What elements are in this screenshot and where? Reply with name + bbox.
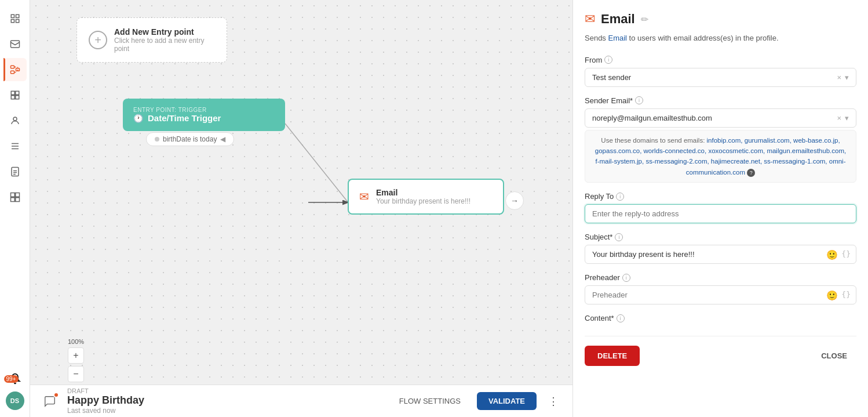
emoji-icon[interactable]: 🙂	[826, 249, 838, 260]
more-options-button[interactable]: ⋮	[544, 390, 563, 412]
flow-icon	[39, 391, 60, 412]
subject-field-group: Subject* i 🙂 {}	[585, 233, 856, 264]
svg-rect-22	[10, 198, 14, 202]
add-entry-plus-icon: +	[89, 31, 107, 49]
sidebar-bottom: 99+ DS	[6, 373, 24, 410]
add-entry-point-card[interactable]: + Add New Entry point Click here to add …	[76, 17, 227, 63]
sidebar-item-message[interactable]	[3, 32, 27, 56]
preheader-emoji-icon[interactable]: 🙂	[826, 289, 838, 300]
subject-input-wrapper: 🙂 {}	[585, 245, 856, 264]
subtitle-highlight: Email	[608, 34, 627, 42]
variable-icon[interactable]: {}	[841, 249, 851, 260]
svg-rect-4	[10, 41, 19, 48]
user-avatar[interactable]: DS	[6, 391, 24, 410]
sender-email-clear-icon[interactable]: ×	[837, 114, 841, 122]
filter-arrow-icon: ◀	[220, 135, 225, 143]
notification-badge: 99+	[4, 375, 19, 383]
preheader-variable-icon[interactable]: {}	[841, 289, 851, 300]
reply-to-input[interactable]	[585, 204, 856, 223]
svg-rect-9	[15, 91, 19, 95]
sidebar-item-people[interactable]	[3, 109, 27, 132]
from-field-group: From i Test sender × ▾	[585, 56, 856, 87]
email-node-title: Email	[376, 188, 471, 197]
notification-bell[interactable]: 99+	[9, 373, 21, 387]
sidebar-item-flows[interactable]	[3, 58, 27, 81]
panel-title: Email	[601, 12, 635, 27]
sidebar-item-layers[interactable]	[3, 84, 27, 107]
flow-settings-button[interactable]: FLOW SETTINGS	[390, 392, 470, 410]
add-entry-title: Add New Entry point	[114, 27, 215, 37]
sender-email-info-icon[interactable]: i	[635, 96, 643, 104]
filter-dot-icon	[155, 137, 159, 142]
zoom-in-button[interactable]: +	[68, 347, 84, 364]
preheader-input[interactable]	[585, 285, 856, 304]
sidebar-item-list[interactable]	[3, 135, 27, 158]
panel-edit-icon[interactable]: ✏	[641, 14, 648, 25]
panel-subtitle: Sends Email to users with email address(…	[585, 32, 856, 44]
bottom-bar-actions: FLOW SETTINGS VALIDATE ⋮	[390, 390, 563, 412]
validate-button[interactable]: VALIDATE	[477, 392, 537, 410]
add-entry-text: Add New Entry point Click here to add a …	[114, 27, 215, 53]
svg-rect-3	[16, 20, 19, 23]
sender-email-label: Sender Email* i	[585, 96, 856, 105]
panel-footer: DELETE CLOSE	[585, 336, 856, 371]
svg-rect-10	[11, 96, 14, 99]
svg-rect-1	[16, 14, 19, 17]
reply-to-label: Reply To i	[585, 192, 856, 201]
filter-text: birthDate is today	[163, 135, 217, 143]
domain-help-icon[interactable]: ?	[747, 169, 755, 177]
content-field-group: Content* i	[585, 314, 856, 326]
svg-rect-20	[10, 193, 14, 197]
from-clear-icon[interactable]: ×	[837, 73, 841, 82]
email-node[interactable]: ✉ Email Your birthday present is here!!!	[348, 179, 504, 215]
zoom-controls: 100% + −	[68, 338, 84, 382]
from-value: Test sender	[592, 73, 837, 82]
bottom-bar-text: DRAFT Happy Birthday Last saved now	[67, 387, 144, 415]
panel-email-icon: ✉	[585, 12, 595, 27]
svg-rect-8	[11, 91, 14, 95]
subject-input-icons: 🙂 {}	[826, 249, 851, 260]
preheader-label: Preheader i	[585, 273, 856, 282]
svg-rect-23	[15, 198, 19, 202]
close-button[interactable]: CLOSE	[812, 346, 856, 366]
svg-rect-0	[11, 14, 14, 17]
subject-info-icon[interactable]: i	[615, 233, 623, 241]
sidebar-item-apps[interactable]	[3, 186, 27, 209]
subject-input[interactable]	[585, 245, 856, 264]
svg-point-12	[13, 117, 17, 121]
content-label: Content* i	[585, 314, 856, 322]
reply-to-info-icon[interactable]: i	[616, 193, 624, 201]
subtitle-suffix: to users with email address(es) in the p…	[627, 34, 779, 42]
content-info-icon[interactable]: i	[617, 314, 625, 322]
canvas-area[interactable]: + Add New Entry point Click here to add …	[30, 0, 572, 417]
delete-button[interactable]: DELETE	[585, 346, 640, 366]
trigger-label: ENTRY POINT: TRIGGER	[133, 107, 275, 113]
reply-to-field-group: Reply To i	[585, 192, 856, 223]
sender-email-field-group: Sender Email* i noreply@mailgun.emailtes…	[585, 96, 856, 183]
add-entry-subtitle: Click here to add a new entry point	[114, 37, 215, 53]
sender-email-select[interactable]: noreply@mailgun.emailtesthub.com × ▾	[585, 108, 856, 128]
domain-hint-prefix: Use these domains to send emails:	[601, 137, 706, 144]
zoom-out-button[interactable]: −	[68, 366, 84, 382]
subject-label: Subject* i	[585, 233, 856, 241]
sidebar-item-grid[interactable]	[3, 7, 27, 30]
from-chevron-icon: ▾	[845, 73, 849, 82]
zoom-label: 100%	[68, 338, 84, 345]
svg-rect-21	[15, 193, 19, 197]
saved-label: Last saved now	[67, 407, 144, 415]
preheader-input-wrapper: 🙂 {}	[585, 285, 856, 304]
from-info-icon[interactable]: i	[604, 56, 612, 64]
from-select[interactable]: Test sender × ▾	[585, 68, 856, 87]
trigger-node[interactable]: ENTRY POINT: TRIGGER 🕐 Date/Time Trigger	[123, 99, 285, 131]
sidebar-item-report[interactable]	[3, 160, 27, 183]
draft-label: DRAFT	[67, 387, 144, 394]
email-envelope-icon: ✉	[359, 190, 369, 204]
preheader-info-icon[interactable]: i	[622, 274, 630, 282]
bottom-bar: DRAFT Happy Birthday Last saved now FLOW…	[30, 385, 572, 417]
email-node-subtitle: Your birthday present is here!!!	[376, 197, 471, 205]
email-node-content: Email Your birthday present is here!!!	[376, 188, 471, 205]
email-node-next-arrow[interactable]: →	[505, 191, 524, 210]
trigger-title: 🕐 Date/Time Trigger	[133, 113, 275, 123]
sender-email-value: noreply@mailgun.emailtesthub.com	[592, 114, 837, 122]
filter-pill[interactable]: birthDate is today ◀	[146, 132, 234, 146]
